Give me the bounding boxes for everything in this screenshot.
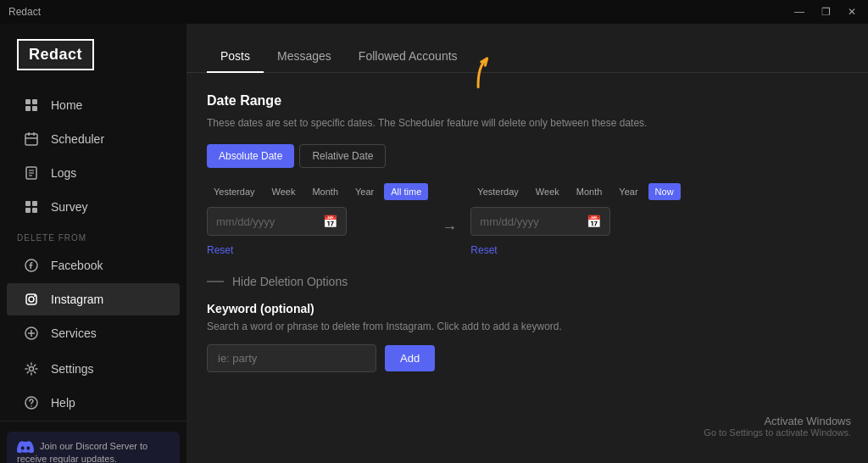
tab-messages[interactable]: Messages [264, 41, 345, 73]
date-range-title: Date Range [207, 93, 848, 109]
start-date-input[interactable]: mm/dd/yyyy 📅 [207, 207, 347, 236]
date-range-description: These dates are set to specific dates. T… [207, 115, 715, 131]
logo: Redact [17, 39, 94, 70]
scheduler-icon [24, 131, 39, 147]
activate-windows-title: Activate Windows [704, 415, 851, 427]
end-year-btn[interactable]: Year [612, 183, 644, 200]
svg-rect-0 [25, 99, 31, 104]
svg-rect-13 [32, 201, 37, 206]
start-alltime-btn[interactable]: All time [384, 183, 428, 200]
end-month-btn[interactable]: Month [570, 183, 609, 200]
nav-section: Home Scheduler [0, 87, 186, 351]
logs-icon [24, 165, 39, 181]
settings-icon [24, 361, 39, 377]
svg-point-25 [31, 405, 32, 407]
app-container: Redact Home [0, 24, 868, 463]
sidebar-bottom-nav: Settings Help [0, 351, 186, 421]
home-icon [24, 98, 39, 113]
end-now-btn[interactable]: Now [648, 183, 681, 200]
help-icon [24, 395, 39, 410]
start-yesterday-btn[interactable]: Yesterday [207, 183, 262, 200]
instagram-label: Instagram [51, 293, 103, 306]
logs-label: Logs [51, 166, 76, 180]
end-date-placeholder: mm/dd/yyyy [480, 215, 538, 228]
svg-point-18 [29, 297, 34, 302]
tab-posts[interactable]: Posts [207, 41, 264, 73]
sidebar-item-services[interactable]: Services [7, 317, 180, 349]
date-arrow: → [442, 219, 457, 237]
services-label: Services [51, 326, 97, 340]
date-pickers-container: Yesterday Week Month Year All time mm/dd… [207, 183, 848, 256]
end-date-input[interactable]: mm/dd/yyyy 📅 [470, 207, 610, 236]
svg-rect-14 [25, 208, 31, 213]
hide-deletion-divider: Hide Deletion Options [207, 275, 848, 288]
svg-rect-1 [32, 99, 37, 104]
logo-area: Redact [0, 24, 186, 87]
end-yesterday-btn[interactable]: Yesterday [470, 183, 526, 200]
svg-rect-12 [25, 201, 31, 206]
facebook-label: Facebook [51, 259, 103, 272]
delete-from-label: DELETE FROM [0, 225, 186, 248]
titlebar-title: Redact [8, 6, 41, 18]
facebook-icon [24, 258, 39, 273]
start-filter-row: Yesterday Week Month Year All time [207, 183, 428, 200]
svg-point-19 [34, 295, 36, 297]
keyword-input-row: Add [207, 344, 848, 372]
svg-point-23 [30, 367, 34, 371]
discord-section: Join our Discord Server to receive regul… [0, 421, 186, 463]
absolute-date-button[interactable]: Absolute Date [207, 144, 294, 168]
activate-windows: Activate Windows Go to Settings to activ… [704, 415, 851, 438]
maximize-button[interactable]: ❐ [818, 6, 834, 18]
add-keyword-button[interactable]: Add [385, 345, 435, 371]
hide-deletion-label[interactable]: Hide Deletion Options [232, 275, 348, 288]
minimize-button[interactable]: — [791, 6, 808, 18]
discord-text: Join our Discord Server to receive regul… [17, 441, 147, 463]
survey-icon [24, 199, 39, 215]
instagram-icon [24, 292, 39, 307]
tabs-bar: Posts Messages Followed Accounts [186, 24, 868, 73]
sidebar: Redact Home [0, 24, 186, 463]
svg-rect-4 [25, 134, 37, 145]
help-label: Help [51, 396, 75, 410]
start-date-group: Yesterday Week Month Year All time mm/dd… [207, 183, 428, 256]
end-week-btn[interactable]: Week [529, 183, 566, 200]
svg-rect-2 [25, 106, 31, 111]
sidebar-item-scheduler[interactable]: Scheduler [7, 123, 180, 155]
sidebar-item-facebook[interactable]: Facebook [7, 249, 180, 282]
end-date-group: Yesterday Week Month Year Now mm/dd/yyyy… [470, 183, 680, 256]
end-reset-link[interactable]: Reset [470, 244, 680, 256]
content-area: Posts Messages Followed Accounts Date Ra… [186, 24, 868, 463]
sidebar-item-help[interactable]: Help [7, 387, 180, 419]
keyword-title: Keyword (optional) [207, 302, 848, 315]
home-label: Home [51, 98, 82, 112]
keyword-input[interactable] [207, 344, 376, 372]
start-calendar-icon: 📅 [323, 215, 337, 228]
start-reset-link[interactable]: Reset [207, 244, 428, 256]
sidebar-item-home[interactable]: Home [7, 89, 180, 121]
relative-date-button[interactable]: Relative Date [299, 144, 386, 168]
survey-label: Survey [51, 200, 88, 214]
scroll-area: Date Range These dates are set to specif… [186, 73, 868, 463]
scheduler-label: Scheduler [51, 132, 104, 146]
start-week-btn[interactable]: Week [265, 183, 303, 200]
end-filter-row: Yesterday Week Month Year Now [470, 183, 680, 200]
start-date-placeholder: mm/dd/yyyy [216, 215, 275, 228]
settings-label: Settings [51, 362, 94, 376]
services-icon [24, 326, 39, 341]
titlebar: Redact — ❐ ✕ [0, 0, 868, 24]
divider-line [207, 281, 224, 282]
activate-windows-subtitle: Go to Settings to activate Windows. [704, 427, 851, 438]
date-type-toggle: Absolute Date Relative Date [207, 144, 848, 168]
sidebar-item-survey[interactable]: Survey [7, 191, 180, 223]
keyword-description: Search a word or phrase to delete from I… [207, 321, 848, 332]
sidebar-item-instagram[interactable]: Instagram [7, 283, 180, 315]
svg-rect-15 [32, 208, 37, 213]
sidebar-item-logs[interactable]: Logs [7, 157, 180, 189]
sidebar-item-settings[interactable]: Settings [7, 353, 180, 385]
start-month-btn[interactable]: Month [305, 183, 345, 200]
discord-banner[interactable]: Join our Discord Server to receive regul… [7, 432, 180, 463]
tab-followed-accounts[interactable]: Followed Accounts [345, 41, 471, 73]
close-button[interactable]: ✕ [844, 6, 860, 18]
start-year-btn[interactable]: Year [348, 183, 381, 200]
end-calendar-icon: 📅 [587, 215, 601, 228]
